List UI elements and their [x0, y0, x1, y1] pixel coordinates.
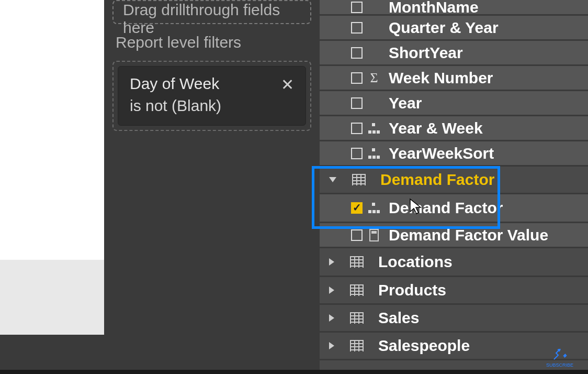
table-row-locations[interactable]: Locations	[320, 248, 588, 277]
table-row-products[interactable]: Products	[320, 277, 588, 305]
chevron-right-icon	[329, 314, 334, 322]
chevron-right-icon	[329, 258, 334, 266]
table-icon	[350, 256, 364, 268]
chevron-right-icon	[329, 287, 334, 294]
subscribe-watermark: SUBSCRIBE	[546, 349, 573, 368]
filter-card-day-of-week[interactable]: Day of Week is not (Blank) ✕	[118, 66, 306, 126]
field-label: ShortYear	[389, 44, 463, 62]
field-row-week-number[interactable]: Σ Week Number	[320, 66, 588, 91]
table-label: Products	[378, 281, 446, 299]
field-label: MonthName	[389, 0, 479, 16]
table-icon	[350, 340, 364, 351]
hierarchy-icon	[368, 122, 380, 135]
hierarchy-icon	[368, 147, 380, 160]
table-row-sales[interactable]: Sales	[320, 305, 588, 333]
canvas-tray	[0, 260, 104, 335]
checkbox[interactable]	[351, 148, 363, 159]
field-row-monthname[interactable]: MonthName	[320, 0, 588, 16]
field-row-yearweeksort[interactable]: YearWeekSort	[320, 141, 588, 167]
field-label: Year	[389, 94, 422, 112]
table-icon	[350, 312, 364, 324]
subscribe-text: SUBSCRIBE	[546, 362, 573, 368]
field-label: Quarter & Year	[389, 19, 499, 37]
report-canvas[interactable]	[0, 0, 104, 260]
bottom-bar	[0, 370, 588, 374]
table-icon	[352, 174, 366, 185]
report-filter-dropzone[interactable]: Day of Week is not (Blank) ✕	[112, 61, 311, 131]
sigma-icon: Σ	[368, 72, 380, 84]
calculator-icon	[368, 229, 380, 241]
table-label: Demand Factor	[380, 171, 494, 189]
field-row-quarter-year[interactable]: Quarter & Year	[320, 16, 588, 41]
table-icon	[350, 284, 364, 296]
filter-title: Day of Week	[130, 75, 294, 93]
field-label: YearWeekSort	[389, 145, 494, 162]
checkbox[interactable]	[351, 229, 363, 241]
field-row-shortyear[interactable]: ShortYear	[320, 41, 588, 66]
field-row-year-week[interactable]: Year & Week	[320, 116, 588, 141]
chevron-right-icon	[329, 342, 334, 349]
checkbox-monthname[interactable]	[351, 2, 363, 13]
filters-panel: Drag drillthrough fields here Report lev…	[104, 0, 320, 374]
field-row-demand-factor-value[interactable]: Demand Factor Value	[320, 223, 588, 248]
filter-condition: is not (Blank)	[130, 97, 294, 115]
field-row-demand-factor[interactable]: Demand Factor	[320, 194, 588, 223]
drillthrough-placeholder: Drag drillthrough fields here	[123, 1, 301, 37]
checkbox[interactable]	[351, 47, 363, 59]
field-label: Demand Factor	[389, 199, 503, 217]
field-label: Week Number	[389, 69, 493, 87]
table-label: Salespeople	[378, 337, 470, 355]
field-row-year[interactable]: Year	[320, 91, 588, 116]
field-label: Year & Week	[389, 119, 483, 137]
table-label: Sales	[378, 309, 419, 327]
table-row-demand-factor[interactable]: Demand Factor	[320, 167, 588, 194]
drillthrough-dropzone[interactable]: Drag drillthrough fields here	[112, 0, 311, 24]
fields-panel: MonthName Quarter & Year ShortYear Σ Wee…	[320, 0, 588, 374]
hierarchy-icon	[368, 202, 380, 214]
chevron-down-icon	[329, 177, 336, 182]
checkbox-checked[interactable]	[351, 202, 363, 214]
checkbox[interactable]	[351, 97, 363, 109]
table-label: Locations	[378, 253, 453, 271]
checkbox[interactable]	[351, 22, 363, 34]
checkbox[interactable]	[351, 72, 363, 84]
close-icon[interactable]: ✕	[281, 77, 294, 93]
checkbox[interactable]	[351, 123, 363, 134]
field-label: Demand Factor Value	[389, 226, 548, 244]
